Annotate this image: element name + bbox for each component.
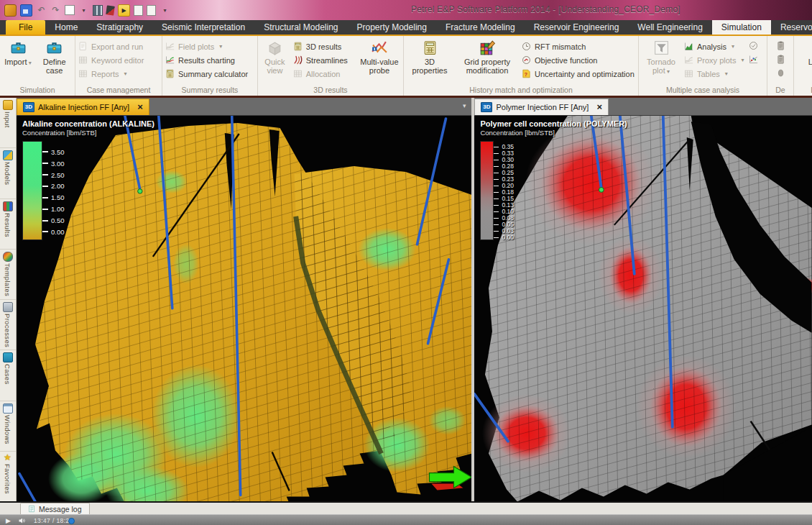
results-charting-button[interactable]: Results charting — [165, 54, 248, 66]
layout-columns-icon[interactable] — [93, 5, 103, 16]
alkaline-tab-title: Alkaline Injection FF [Any] — [38, 103, 129, 111]
message-log-tab[interactable]: Message log — [20, 503, 90, 514]
3d-badge-icon: 3D — [481, 102, 492, 112]
3d-properties-button[interactable]: 3D properties — [406, 37, 453, 76]
quick-view-button[interactable]: Quick view — [260, 37, 290, 76]
save-icon[interactable] — [20, 4, 32, 17]
redo-icon[interactable] — [50, 5, 61, 16]
chevron-down-icon[interactable] — [78, 5, 89, 16]
streamlines-icon — [292, 55, 303, 65]
ribbon-group-3d-results: Quick view 3D results Streamlines Alloca… — [258, 36, 404, 96]
objective-function-button[interactable]: Objective function — [521, 54, 636, 66]
sidebar-item-templates[interactable]: Templates — [0, 250, 16, 300]
tornado-plot-button[interactable]: Tornado plot — [641, 37, 681, 76]
palette-icon — [3, 252, 13, 262]
check-circle-icon[interactable] — [748, 40, 759, 51]
quick-access-toolbar — [4, 4, 170, 17]
main-area: Input Models Results Templates Processes… — [0, 98, 812, 501]
group-label-de: De — [767, 86, 793, 96]
3d-results-button[interactable]: 3D results — [292, 40, 355, 52]
tab-structural-modeling[interactable]: Structural Modeling — [254, 20, 347, 35]
paste-icon[interactable] — [147, 5, 156, 16]
define-case-button[interactable]: Define case — [37, 37, 72, 76]
run-icon[interactable] — [118, 4, 130, 17]
tab-stratigraphy[interactable]: Stratigraphy — [87, 20, 152, 35]
field-plots-button[interactable]: Field plots — [165, 40, 248, 52]
reports-button[interactable]: Reports — [78, 68, 144, 80]
sidebar-item-results[interactable]: Results — [0, 199, 16, 250]
volume-icon[interactable] — [18, 516, 27, 525]
scatter-chart-icon[interactable] — [748, 54, 759, 65]
play-icon[interactable] — [6, 517, 11, 524]
window-title: Petrel E&P Software Platform 2014 - [Und… — [411, 4, 680, 14]
import-button[interactable]: Import — [3, 37, 32, 67]
window-menu-icon[interactable] — [463, 102, 466, 109]
tab-property-modeling[interactable]: Property Modeling — [348, 20, 436, 35]
uncertainty-optimization-button[interactable]: Uncertainty and optimization — [521, 68, 636, 80]
table-icon — [683, 68, 694, 79]
polymer-tab-title: Polymer Injection FF [Any] — [496, 103, 589, 111]
calculator-icon — [165, 68, 175, 79]
rft-mismatch-button[interactable]: RFT mismatch — [521, 40, 636, 52]
polymer-panel-tab[interactable]: 3D Polymer Injection FF [Any] — [474, 99, 609, 115]
window-icon — [3, 403, 13, 414]
allocation-button[interactable]: Allocation — [292, 68, 355, 80]
polymer-3d-viewport[interactable]: Polymer cell concentration (POLYMER) Con… — [474, 115, 812, 501]
tab-reservoir-geomechanics[interactable]: Reservoir Ge — [771, 20, 812, 35]
summary-calculator-button[interactable]: Summary calculator — [165, 68, 248, 80]
tab-reservoir-engineering[interactable]: Reservoir Engineering — [525, 20, 629, 35]
analysis-button[interactable]: Analysis — [683, 40, 745, 52]
multi-value-probe-button[interactable]: Multi-value probe — [358, 37, 401, 76]
legend-title: Polymer cell concentration (POLYMER) — [480, 119, 627, 128]
table-icon — [78, 68, 88, 79]
legend-subtitle: Concentration [lbm/STB] — [22, 129, 154, 137]
sidebar-item-processes[interactable]: Processes — [0, 300, 16, 350]
note-question-icon — [521, 68, 532, 79]
tab-well-engineering[interactable]: Well Engineering — [628, 20, 712, 35]
clipboard-icon[interactable] — [775, 54, 786, 65]
tab-simulation[interactable]: Simulation — [712, 20, 771, 35]
explorer-sidebar: Input Models Results Templates Processes… — [0, 98, 17, 501]
chart-icon — [683, 55, 694, 65]
keyword-editor-button[interactable]: Keyword editor — [78, 54, 144, 66]
case-icon — [3, 352, 13, 362]
chart-icon — [165, 41, 175, 52]
3d-badge-icon: 3D — [23, 102, 34, 112]
player-marker-icon[interactable] — [68, 518, 75, 524]
sidebar-item-models[interactable]: Models — [0, 148, 16, 198]
tab-home[interactable]: Home — [45, 20, 87, 35]
proxy-plots-button[interactable]: Proxy plots — [683, 54, 745, 66]
close-icon[interactable] — [137, 101, 143, 112]
copy-icon[interactable] — [134, 5, 143, 16]
briefcase-icon — [45, 39, 63, 57]
ribbon-group-case-management: Export and run Keyword editor Reports Ca… — [75, 36, 162, 96]
ribbon-group-de: De — [767, 36, 794, 96]
sidebar-item-cases[interactable]: Cases — [0, 350, 16, 401]
group-label-legacy: Lega — [794, 86, 812, 96]
brush-tool-icon[interactable] — [106, 5, 115, 15]
alkaline-panel-tab[interactable]: 3D Alkaline Injection FF [Any] — [17, 99, 149, 115]
alkaline-3d-viewport[interactable]: Alkaline concentration (ALKALINE) Concen… — [17, 115, 471, 501]
oval-tool-icon[interactable] — [775, 68, 786, 78]
undo-icon[interactable] — [36, 5, 47, 16]
tables-button[interactable]: Tables — [683, 68, 745, 80]
tab-fracture-modeling[interactable]: Fracture Modeling — [436, 20, 525, 35]
legend-title: Alkaline concentration (ALKALINE) — [22, 119, 154, 128]
sidebar-item-windows[interactable]: Windows — [0, 401, 16, 452]
legacy-button[interactable]: Lega — [799, 37, 812, 67]
clipboard-icon[interactable] — [775, 40, 786, 51]
streamlines-button[interactable]: Streamlines — [292, 54, 355, 66]
new-window-icon[interactable] — [65, 5, 75, 15]
grid-property-modification-button[interactable]: Grid property modification — [456, 37, 518, 76]
sidebar-item-favorites[interactable]: Favorites — [0, 452, 16, 501]
alkaline-panel: 3D Alkaline Injection FF [Any] — [17, 98, 471, 501]
group-label-summary-results: Summary results — [162, 86, 257, 96]
close-icon[interactable] — [596, 101, 602, 112]
polymer-legend: Polymer cell concentration (POLYMER) Con… — [480, 119, 627, 240]
tab-seismic-interpretation[interactable]: Seismic Interpretation — [152, 20, 254, 35]
export-and-run-button[interactable]: Export and run — [78, 40, 144, 52]
sidebar-item-input[interactable]: Input — [0, 98, 16, 148]
alkaline-legend: Alkaline concentration (ALKALINE) Concen… — [22, 119, 154, 240]
tab-file[interactable]: File — [6, 20, 45, 35]
toolbar-overflow-icon[interactable] — [160, 5, 170, 16]
